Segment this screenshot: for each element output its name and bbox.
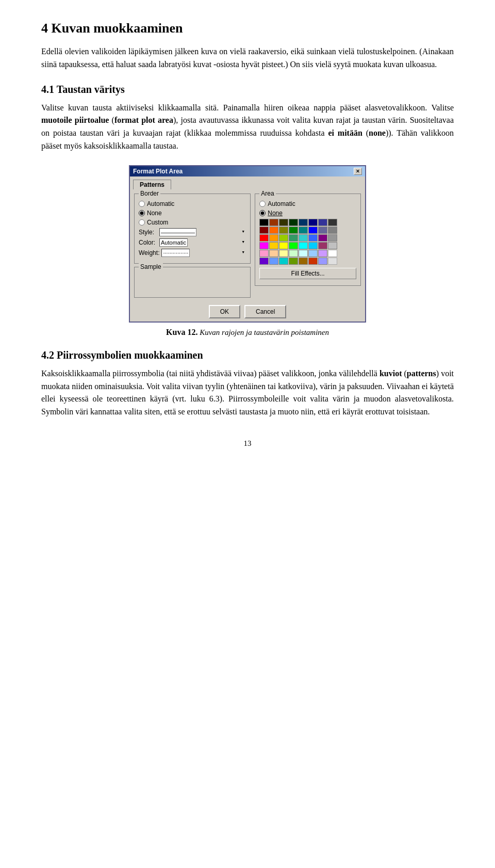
color-sky-blue[interactable] xyxy=(308,242,318,249)
color-silver[interactable] xyxy=(328,242,337,249)
color-light-blue[interactable] xyxy=(308,250,318,257)
caption-label: Kuva 12. xyxy=(166,328,197,336)
color-pink[interactable] xyxy=(259,250,269,257)
ok-button[interactable]: OK xyxy=(209,305,240,318)
color-green[interactable] xyxy=(289,227,298,234)
color-label: Color: xyxy=(139,239,157,246)
area-group-label: Area xyxy=(259,190,275,197)
color-yellow[interactable] xyxy=(279,242,288,249)
color-dark-indigo[interactable] xyxy=(318,219,327,226)
para-4-1-1: Valitse kuvan tausta aktiiviseksi klikka… xyxy=(41,102,454,153)
dialog-title: Format Plot Area xyxy=(133,168,183,175)
area-automatic-row: Automatic xyxy=(259,200,356,207)
color-dark-teal[interactable] xyxy=(299,219,308,226)
color-periwinkle[interactable] xyxy=(269,258,278,265)
dialog-tabs: Patterns xyxy=(130,176,365,189)
tab-patterns[interactable]: Patterns xyxy=(133,180,171,189)
color-gold[interactable] xyxy=(269,242,278,249)
style-label: Style: xyxy=(139,229,157,236)
color-row: Color: Automatic xyxy=(139,238,246,247)
para-4-2-1: Kaksoisklikkaamalla piirrossymbolia (tai… xyxy=(41,367,454,419)
color-maroon[interactable] xyxy=(259,227,269,234)
color-slate[interactable] xyxy=(318,227,327,234)
color-peach[interactable] xyxy=(269,250,278,257)
color-lime[interactable] xyxy=(289,242,298,249)
color-dropdown-wrapper: Automatic xyxy=(159,238,246,247)
weight-dropdown[interactable]: ················ xyxy=(161,249,190,257)
border-custom-label: Custom xyxy=(147,219,168,226)
color-palette xyxy=(259,219,356,265)
color-teal[interactable] xyxy=(299,227,308,234)
area-group: Area Automatic None xyxy=(255,194,361,286)
color-teal2[interactable] xyxy=(279,258,288,265)
cancel-button[interactable]: Cancel xyxy=(244,305,286,318)
weight-row: Weight: ················ xyxy=(139,249,246,257)
color-lavender[interactable] xyxy=(318,250,327,257)
color-navy[interactable] xyxy=(308,219,318,226)
color-light-cyan[interactable] xyxy=(299,250,308,257)
border-group-label: Border xyxy=(139,190,160,197)
color-moss[interactable] xyxy=(289,258,298,265)
color-sea-green[interactable] xyxy=(289,234,298,242)
color-light-yellow[interactable] xyxy=(279,250,288,257)
color-yellow-green[interactable] xyxy=(279,234,288,242)
style-dropdown-wrapper: —————— xyxy=(159,228,246,236)
area-automatic-radio[interactable] xyxy=(259,201,266,207)
border-none-label: None xyxy=(147,210,162,217)
color-brick[interactable] xyxy=(308,258,318,265)
page-number: 13 xyxy=(41,439,454,448)
area-automatic-label: Automatic xyxy=(268,200,295,207)
close-button[interactable]: ✕ xyxy=(354,168,362,175)
border-custom-row: Custom xyxy=(139,219,246,226)
color-gray[interactable] xyxy=(328,227,337,234)
border-custom-radio[interactable] xyxy=(139,219,145,226)
color-aqua[interactable] xyxy=(299,242,308,249)
color-cyan[interactable] xyxy=(299,234,308,242)
color-white[interactable] xyxy=(328,250,337,257)
color-periwinkle2[interactable] xyxy=(318,258,327,265)
style-row: Style: —————— xyxy=(139,228,246,236)
border-automatic-radio[interactable] xyxy=(139,201,145,207)
color-brown2[interactable] xyxy=(299,258,308,265)
color-red[interactable] xyxy=(259,234,269,242)
sample-box: Sample xyxy=(134,267,251,298)
caption-text: Kuvan rajojen ja taustavärin poistaminen xyxy=(197,328,329,336)
color-mint[interactable] xyxy=(289,250,298,257)
intro-paragraph: Edellä olevien valikoiden läpikäymisen j… xyxy=(41,45,454,71)
color-magenta[interactable] xyxy=(259,242,269,249)
style-dropdown[interactable]: —————— xyxy=(159,228,196,236)
dialog-titlebar: Format Plot Area ✕ xyxy=(130,166,365,176)
color-medium-gray[interactable] xyxy=(328,234,337,242)
color-dark-brown[interactable] xyxy=(269,219,278,226)
weight-dropdown-wrapper: ················ xyxy=(161,249,246,257)
color-amber[interactable] xyxy=(269,234,278,242)
color-dropdown[interactable]: Automatic xyxy=(159,238,188,247)
color-olive[interactable] xyxy=(279,227,288,234)
color-violet[interactable] xyxy=(259,258,269,265)
color-royal-blue[interactable] xyxy=(308,234,318,242)
color-mauve[interactable] xyxy=(318,242,327,249)
color-olive-dark[interactable] xyxy=(279,219,288,226)
right-panel: Area Automatic None xyxy=(255,194,361,298)
color-light-gray[interactable] xyxy=(328,258,337,265)
color-orange[interactable] xyxy=(269,227,278,234)
color-blue[interactable] xyxy=(308,227,318,234)
color-dark-green[interactable] xyxy=(289,219,298,226)
area-none-radio[interactable] xyxy=(259,210,266,216)
border-none-row: None xyxy=(139,210,246,217)
border-automatic-row: Automatic xyxy=(139,200,246,207)
chapter-title: 4 Kuvan muokkaaminen xyxy=(41,21,454,36)
dialog-footer: OK Cancel xyxy=(130,302,365,322)
figure-caption: Kuva 12. Kuvan rajojen ja taustavärin po… xyxy=(41,328,454,337)
dialog-body: Border Automatic None Custom Style: xyxy=(130,189,365,302)
weight-label: Weight: xyxy=(139,249,159,256)
format-plot-area-dialog: Format Plot Area ✕ Patterns Border Autom… xyxy=(129,165,366,323)
left-panel: Border Automatic None Custom Style: xyxy=(134,194,251,298)
fill-effects-button[interactable]: Fill Effects... xyxy=(259,268,356,279)
section-4-1-title: 4.1 Taustan väritys xyxy=(41,84,454,95)
color-purple[interactable] xyxy=(318,234,327,242)
border-none-radio[interactable] xyxy=(139,210,145,216)
color-black[interactable] xyxy=(259,219,269,226)
color-very-dark-gray[interactable] xyxy=(328,219,337,226)
titlebar-buttons: ✕ xyxy=(354,168,362,175)
